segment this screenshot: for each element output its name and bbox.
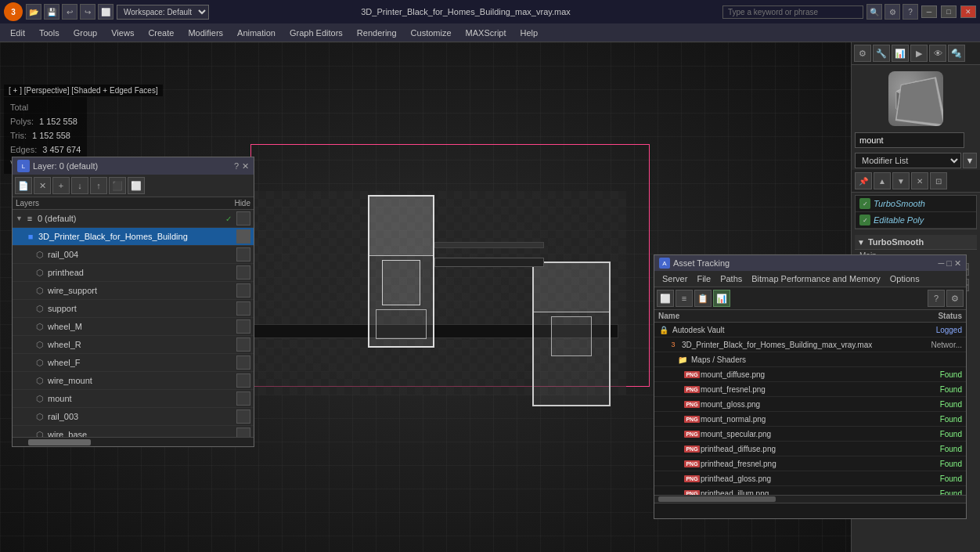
move-down-btn[interactable]: ▼ — [892, 172, 910, 189]
layer-up-btn[interactable]: ↑ — [90, 177, 107, 194]
layer-vis-btn[interactable] — [236, 229, 250, 244]
layer-item-mount[interactable]: ⬡ mount — [13, 390, 254, 408]
layer-item-wire-support[interactable]: ⬡ wire_support — [13, 282, 254, 300]
undo-btn[interactable]: ↩ — [62, 4, 77, 20]
asset-btn1[interactable]: ⬜ — [657, 290, 674, 307]
layer-vis-btn[interactable] — [236, 301, 250, 316]
asset-item-printhead-fresnel[interactable]: PNG printhead_fresnel.png Found — [654, 456, 966, 471]
layer-item-wheel-f[interactable]: ⬡ wheel_F — [13, 354, 254, 372]
menu-create[interactable]: Create — [142, 27, 180, 39]
asset-item-maps[interactable]: 📁 Maps / Shaders — [654, 352, 966, 367]
rp-display-icon[interactable]: 👁 — [929, 45, 946, 62]
asset-scroll-thumb[interactable] — [658, 496, 776, 502]
rp-utilities-icon[interactable]: 🔩 — [948, 45, 965, 62]
layer-item-rail003[interactable]: ⬡ rail_003 — [13, 408, 254, 426]
turbos-eye-icon[interactable]: ✓ — [859, 198, 870, 209]
asset-item-mount-diffuse[interactable]: PNG mount_diffuse.png Found — [654, 367, 966, 382]
asset-menu-paths[interactable]: Paths — [716, 273, 746, 284]
menu-group[interactable]: Group — [67, 27, 104, 39]
menu-animation[interactable]: Animation — [231, 27, 282, 39]
menu-views[interactable]: Views — [105, 27, 140, 39]
turbos-item[interactable]: ✓ TurboSmooth — [856, 196, 976, 212]
layer-vis-btn[interactable] — [236, 265, 250, 280]
minimize-btn[interactable]: ─ — [921, 5, 937, 18]
asset-item-vault[interactable]: 🔒 Autodesk Vault Logged — [654, 323, 966, 337]
asset-menu-server[interactable]: Server — [658, 273, 691, 284]
rp-create-icon[interactable]: ⚙ — [854, 45, 871, 62]
layer-item-default[interactable]: ▼ ≡ 0 (default) ✓ — [13, 210, 254, 228]
rp-motion-icon[interactable]: ▶ — [910, 45, 928, 62]
layer-new-btn[interactable]: 📄 — [15, 177, 32, 194]
layer-vis-btn[interactable] — [236, 391, 250, 406]
asset-item-printhead-illum[interactable]: PNG printhead_illum.png Found — [654, 486, 966, 495]
menu-tools[interactable]: Tools — [33, 27, 66, 39]
layer-vis-btn[interactable] — [236, 247, 250, 262]
modifier-list-select[interactable]: Modifier List — [855, 153, 961, 168]
layer-panel-help-btn[interactable]: ? — [234, 161, 239, 171]
icon1[interactable]: ⬜ — [98, 4, 113, 20]
open-btn[interactable]: 📂 — [26, 4, 41, 20]
menu-maxscript[interactable]: MAXScript — [459, 27, 513, 39]
modifier-list-dropdown-btn[interactable]: ▼ — [963, 153, 977, 168]
workspace-select[interactable]: Workspace: DefaultWorkspace: Default — [117, 5, 209, 20]
asset-item-printhead-diffuse[interactable]: PNG printhead_diffuse.png Found — [654, 442, 966, 456]
search-input[interactable] — [722, 5, 863, 19]
menu-customize[interactable]: Customize — [405, 27, 458, 39]
delete-mod-btn[interactable]: ✕ — [911, 172, 928, 189]
asset-menu-bitmap[interactable]: Bitmap Performance and Memory — [748, 273, 884, 284]
layer-item-rail004[interactable]: ⬡ rail_004 — [13, 246, 254, 264]
help-btn[interactable]: ? — [903, 4, 918, 20]
menu-graph-editors[interactable]: Graph Editors — [283, 27, 349, 39]
asset-help-btn[interactable]: ? — [928, 290, 945, 307]
asset-item-mount-normal[interactable]: PNG mount_normal.png Found — [654, 412, 966, 427]
redo-btn[interactable]: ↪ — [80, 4, 95, 20]
layer-select-btn[interactable]: ⬛ — [109, 177, 126, 194]
show-end-btn[interactable]: ⊡ — [930, 172, 947, 189]
asset-item-mount-specular[interactable]: PNG mount_specular.png Found — [654, 427, 966, 442]
asset-menu-options[interactable]: Options — [886, 273, 924, 284]
layer-vis-btn[interactable] — [236, 428, 250, 437]
turbos-collapse-btn[interactable]: ▼ — [857, 238, 865, 247]
pin-btn[interactable]: 📌 — [855, 172, 872, 189]
layer-vis-btn[interactable] — [236, 283, 250, 298]
layer-vis-btn[interactable] — [236, 319, 250, 334]
layer-scroll-thumb[interactable] — [28, 439, 91, 446]
layer-item-wire-mount[interactable]: ⬡ wire_mount — [13, 372, 254, 390]
menu-modifiers[interactable]: Modifiers — [182, 27, 229, 39]
asset-btn4[interactable]: 📊 — [713, 290, 730, 307]
asset-item-printhead-gloss[interactable]: PNG printhead_gloss.png Found — [654, 471, 966, 486]
layer-vis-btn[interactable] — [236, 355, 250, 370]
layer-scrollbar[interactable] — [13, 437, 254, 446]
asset-minimize-btn[interactable]: ─ — [939, 258, 945, 269]
layer-item-printhead[interactable]: ⬡ printhead — [13, 264, 254, 282]
layer-item-3dprinter[interactable]: ■ 3D_Printer_Black_for_Homes_Building — [13, 228, 254, 246]
asset-btn3[interactable]: 📋 — [694, 290, 712, 307]
layer-vis-btn[interactable] — [236, 211, 250, 225]
editable-poly-item[interactable]: ✓ Editable Poly — [856, 212, 976, 229]
layer-delete-btn[interactable]: ✕ — [34, 177, 51, 194]
layer-item-wheel-r[interactable]: ⬡ wheel_R — [13, 336, 254, 354]
layer-item-wire-base[interactable]: ⬡ wire_base — [13, 426, 254, 437]
asset-maximize-btn[interactable]: □ — [946, 258, 952, 269]
asset-close-btn[interactable]: ✕ — [954, 258, 961, 269]
poly-eye-icon[interactable]: ✓ — [859, 215, 870, 225]
asset-item-mount-gloss[interactable]: PNG mount_gloss.png Found — [654, 397, 966, 412]
rp-modify-icon[interactable]: 🔧 — [873, 45, 890, 62]
asset-item-maxfile[interactable]: 3 3D_Printer_Black_for_Homes_Building_ma… — [654, 337, 966, 352]
rp-hierarchy-icon[interactable]: 📊 — [892, 45, 909, 62]
layer-highlight-btn[interactable]: ⬜ — [128, 177, 145, 194]
settings-btn[interactable]: ⚙ — [885, 4, 900, 20]
asset-btn2[interactable]: ≡ — [676, 290, 693, 307]
object-name-input[interactable] — [855, 132, 964, 148]
asset-scrollbar[interactable] — [654, 495, 966, 503]
layer-panel-close-btn[interactable]: ✕ — [242, 161, 249, 171]
layer-move-btn[interactable]: ↓ — [71, 177, 88, 194]
layer-vis-btn[interactable] — [236, 409, 250, 424]
layer-vis-btn[interactable] — [236, 373, 250, 388]
layer-item-wheel-m[interactable]: ⬡ wheel_M — [13, 318, 254, 336]
menu-rendering[interactable]: Rendering — [351, 27, 403, 39]
layer-add-btn[interactable]: + — [52, 177, 70, 194]
close-btn[interactable]: ✕ — [960, 5, 976, 18]
save-btn[interactable]: 💾 — [44, 4, 59, 20]
layer-item-support[interactable]: ⬡ support — [13, 300, 254, 318]
